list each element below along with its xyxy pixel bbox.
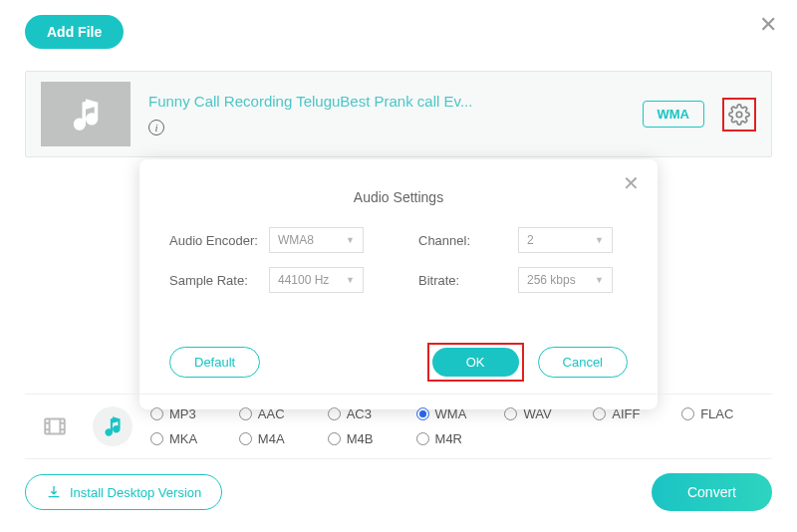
svg-point-0	[736, 112, 742, 118]
download-icon	[46, 484, 62, 500]
format-option-mp3[interactable]: MP3	[150, 406, 231, 421]
video-mode-icon[interactable]	[35, 406, 75, 446]
format-bar: MP3AACAC3WMAWAVAIFFFLACMKAM4AM4BM4R	[25, 394, 772, 459]
close-icon[interactable]: ✕	[759, 12, 777, 38]
format-option-ac3[interactable]: AC3	[328, 406, 408, 421]
radio-icon	[681, 407, 694, 420]
file-item: Funny Call Recording TeluguBest Prank ca…	[25, 71, 772, 157]
channel-label: Channel:	[418, 233, 508, 248]
ok-button[interactable]: OK	[432, 348, 519, 377]
radio-icon	[239, 407, 252, 420]
chevron-down-icon: ▼	[346, 275, 355, 285]
install-desktop-button[interactable]: Install Desktop Version	[25, 474, 222, 510]
settings-highlight	[722, 98, 756, 132]
format-label: M4B	[347, 431, 374, 446]
radio-icon	[416, 432, 429, 445]
format-badge[interactable]: WMA	[643, 101, 705, 128]
bitrate-label: Bitrate:	[418, 273, 508, 288]
file-title: Funny Call Recording TeluguBest Prank ca…	[148, 93, 625, 110]
cancel-button[interactable]: Cancel	[538, 347, 628, 378]
format-label: FLAC	[700, 406, 733, 421]
chevron-down-icon: ▼	[595, 235, 604, 245]
chevron-down-icon: ▼	[346, 235, 355, 245]
format-label: M4A	[258, 431, 285, 446]
audio-mode-icon[interactable]	[93, 406, 133, 446]
format-option-flac[interactable]: FLAC	[681, 406, 762, 421]
format-option-mka[interactable]: MKA	[150, 431, 231, 446]
radio-icon	[416, 407, 429, 420]
format-label: AC3	[347, 406, 372, 421]
format-option-m4b[interactable]: M4B	[328, 431, 408, 446]
encoder-select[interactable]: WMA8▼	[269, 227, 364, 253]
radio-icon	[150, 407, 163, 420]
audio-settings-modal: ✕ Audio Settings Audio Encoder: WMA8▼ Ch…	[139, 159, 658, 409]
modal-title: Audio Settings	[169, 189, 628, 205]
format-option-m4a[interactable]: M4A	[239, 431, 320, 446]
format-label: AAC	[258, 406, 285, 421]
format-option-wav[interactable]: WAV	[504, 406, 585, 421]
format-option-wma[interactable]: WMA	[416, 406, 497, 421]
format-label: AIFF	[612, 406, 640, 421]
add-file-button[interactable]: Add File	[25, 15, 124, 49]
convert-button[interactable]: Convert	[652, 473, 772, 511]
file-thumbnail	[41, 82, 131, 146]
chevron-down-icon: ▼	[595, 275, 604, 285]
encoder-label: Audio Encoder:	[169, 233, 259, 248]
format-label: MP3	[169, 406, 196, 421]
svg-rect-1	[45, 418, 65, 433]
radio-icon	[593, 407, 606, 420]
format-label: WMA	[435, 406, 467, 421]
format-option-aiff[interactable]: AIFF	[593, 406, 673, 421]
radio-icon	[504, 407, 517, 420]
radio-icon	[239, 432, 252, 445]
info-icon[interactable]: i	[148, 120, 164, 135]
sample-label: Sample Rate:	[169, 273, 259, 288]
format-label: MKA	[169, 431, 197, 446]
format-label: M4R	[435, 431, 462, 446]
format-option-aac[interactable]: AAC	[239, 406, 320, 421]
default-button[interactable]: Default	[169, 347, 260, 378]
channel-select[interactable]: 2▼	[518, 227, 613, 253]
gear-icon[interactable]	[728, 104, 750, 126]
radio-icon	[328, 407, 341, 420]
close-icon[interactable]: ✕	[623, 171, 640, 195]
radio-icon	[150, 432, 163, 445]
format-label: WAV	[523, 406, 551, 421]
ok-highlight: OK	[427, 343, 524, 382]
sample-select[interactable]: 44100 Hz▼	[269, 267, 364, 293]
bitrate-select[interactable]: 256 kbps▼	[518, 267, 613, 293]
format-option-m4r[interactable]: M4R	[416, 431, 497, 446]
radio-icon	[328, 432, 341, 445]
